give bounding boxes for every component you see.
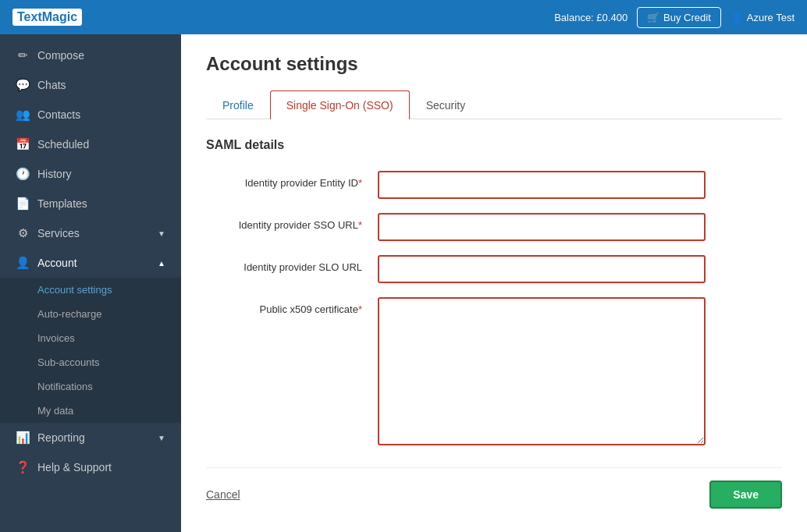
form-group-sso-url: Identity provider SSO URL* <box>206 213 782 241</box>
buy-credit-button[interactable]: 🛒 Buy Credit <box>637 7 721 28</box>
user-icon: 👤 <box>731 12 743 23</box>
sidebar-subitem-invoices[interactable]: Invoices <box>0 326 181 350</box>
tabs: Profile Single Sign-On (SSO) Security <box>206 90 782 119</box>
input-slo-url[interactable] <box>378 255 706 283</box>
templates-icon: 📄 <box>16 197 30 211</box>
sidebar-label-scheduled: Scheduled <box>37 138 89 151</box>
services-arrow: ▼ <box>158 229 165 238</box>
sidebar-item-chats[interactable]: 💬 Chats <box>0 70 181 100</box>
sidebar-label-contacts: Contacts <box>37 108 80 121</box>
sidebar-subitem-account-settings[interactable]: Account settings <box>0 278 181 302</box>
form-group-certificate: Public x509 certificate* <box>206 297 782 445</box>
sidebar-item-reporting[interactable]: 📊 Reporting ▼ <box>0 423 181 452</box>
sidebar: ✏ Compose 💬 Chats 👥 Contacts 📅 Scheduled… <box>0 34 181 532</box>
sidebar-label-help: Help & Support <box>37 461 112 473</box>
input-sso-url[interactable] <box>378 213 706 241</box>
reporting-arrow: ▼ <box>158 434 165 442</box>
account-submenu: Account settings Auto-recharge Invoices … <box>0 278 181 423</box>
saml-section-title: SAML details <box>206 138 782 152</box>
form-group-entity-id: Identity provider Entity ID* <box>206 171 782 199</box>
reporting-icon: 📊 <box>16 431 30 445</box>
sidebar-subitem-notifications[interactable]: Notifications <box>0 374 181 399</box>
required-star-certificate: * <box>358 303 362 315</box>
sidebar-item-account[interactable]: 👤 Account ▲ <box>0 248 181 278</box>
chats-icon: 💬 <box>16 78 30 92</box>
sidebar-label-account: Account <box>37 257 77 269</box>
textarea-certificate[interactable] <box>378 297 706 445</box>
sidebar-label-templates: Templates <box>37 197 87 210</box>
account-icon: 👤 <box>16 256 30 270</box>
nav-right: Balance: £0.400 🛒 Buy Credit 👤 Azure Tes… <box>554 7 795 28</box>
form-group-slo-url: Identity provider SLO URL <box>206 255 782 283</box>
sidebar-label-chats: Chats <box>37 79 66 91</box>
scheduled-icon: 📅 <box>16 137 30 151</box>
history-icon: 🕐 <box>16 167 30 181</box>
user-label: Azure Test <box>747 12 795 23</box>
sidebar-item-compose[interactable]: ✏ Compose <box>0 41 181 70</box>
label-sso-url: Identity provider SSO URL* <box>206 213 378 231</box>
cart-icon: 🛒 <box>647 12 659 23</box>
sidebar-label-services: Services <box>37 227 80 239</box>
sidebar-item-templates[interactable]: 📄 Templates <box>0 189 181 218</box>
saml-section: SAML details Identity provider Entity ID… <box>206 138 782 509</box>
help-icon: ❓ <box>16 460 30 474</box>
required-star-entity-id: * <box>358 177 362 189</box>
sidebar-subitem-my-data[interactable]: My data <box>0 399 181 423</box>
logo-text: TextMagic <box>12 9 82 26</box>
user-menu[interactable]: 👤 Azure Test <box>731 12 795 23</box>
save-button[interactable]: Save <box>709 481 782 509</box>
label-entity-id: Identity provider Entity ID* <box>206 171 378 189</box>
sidebar-item-contacts[interactable]: 👥 Contacts <box>0 100 181 129</box>
sidebar-label-compose: Compose <box>37 49 84 62</box>
sidebar-item-history[interactable]: 🕐 History <box>0 159 181 189</box>
sidebar-subitem-auto-recharge[interactable]: Auto-recharge <box>0 302 181 326</box>
sidebar-item-scheduled[interactable]: 📅 Scheduled <box>0 129 181 159</box>
contacts-icon: 👥 <box>16 108 30 122</box>
sidebar-item-help[interactable]: ❓ Help & Support <box>0 452 181 482</box>
cancel-button[interactable]: Cancel <box>206 488 240 501</box>
tab-profile[interactable]: Profile <box>206 90 270 119</box>
label-certificate: Public x509 certificate* <box>206 297 378 315</box>
main-content: Account settings Profile Single Sign-On … <box>181 34 807 532</box>
form-footer: Cancel Save <box>206 467 782 509</box>
compose-icon: ✏ <box>16 48 30 62</box>
tab-sso[interactable]: Single Sign-On (SSO) <box>270 90 410 119</box>
buy-credit-label: Buy Credit <box>663 12 711 23</box>
services-icon: ⚙ <box>16 226 30 240</box>
label-slo-url: Identity provider SLO URL <box>206 255 378 273</box>
layout: ✏ Compose 💬 Chats 👥 Contacts 📅 Scheduled… <box>0 34 807 532</box>
sidebar-subitem-sub-accounts[interactable]: Sub-accounts <box>0 350 181 374</box>
tab-security[interactable]: Security <box>410 90 482 119</box>
top-nav: TextMagic Balance: £0.400 🛒 Buy Credit 👤… <box>0 0 807 34</box>
sidebar-label-history: History <box>37 168 72 180</box>
sidebar-item-services[interactable]: ⚙ Services ▼ <box>0 218 181 248</box>
account-arrow: ▲ <box>158 259 165 268</box>
sidebar-label-reporting: Reporting <box>37 431 85 444</box>
balance-label: Balance: £0.400 <box>554 12 627 23</box>
required-star-sso-url: * <box>358 219 362 231</box>
page-title: Account settings <box>206 53 782 75</box>
input-entity-id[interactable] <box>378 171 706 199</box>
logo: TextMagic <box>12 9 82 26</box>
